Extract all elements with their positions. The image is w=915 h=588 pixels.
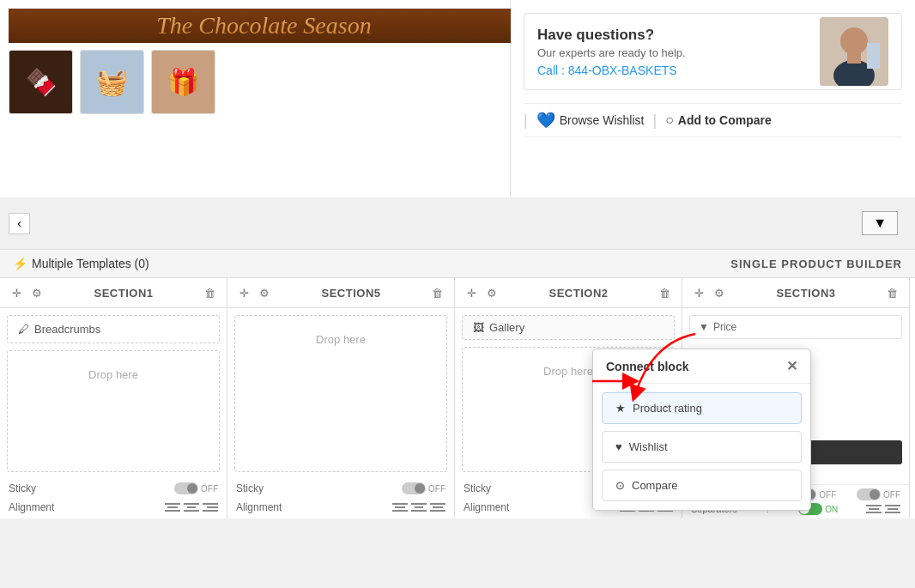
align-icons-s3: [866, 503, 900, 515]
wishlist-label: Browse Wishlist: [560, 113, 645, 127]
templates-label[interactable]: Multiple Templates (0): [32, 257, 149, 270]
section-1-body: 🖊 Breadcrumbs Drop here: [0, 308, 227, 479]
settings-icon-s3[interactable]: ⚙: [712, 285, 727, 300]
section-5-drop-zone[interactable]: Drop here: [234, 315, 447, 472]
dropdown-button[interactable]: ▼: [862, 211, 898, 235]
section-5-alignment: Alignment: [227, 498, 454, 518]
trash-icon-s5[interactable]: 🗑: [430, 285, 445, 300]
thumbnails: 🍫 🧺 🎁: [9, 50, 501, 114]
product-area: The Chocolate Season 🍫 🧺 🎁 Have question…: [0, 0, 915, 197]
off-label-s1: OFF: [201, 484, 218, 494]
pencil-icon: 🖊: [18, 323, 29, 336]
align-center-s1[interactable]: [184, 501, 199, 513]
thumbnail-2[interactable]: 🧺: [80, 50, 144, 114]
price-label: Price: [713, 321, 736, 333]
section-1: ✛ ⚙ SECTION1 🗑 🖊 Breadcrumbs Drop here S…: [0, 278, 227, 518]
arrow-down-icon: ▼: [699, 321, 709, 333]
breadcrumbs-label: Breadcrumbs: [34, 323, 100, 336]
product-images: The Chocolate Season 🍫 🧺 🎁: [0, 0, 511, 197]
align-left-s3[interactable]: [866, 503, 882, 515]
drag-icon-s1[interactable]: ✛: [9, 285, 24, 300]
section-1-header: ✛ ⚙ SECTION1 🗑: [0, 278, 227, 308]
thumbnail-1[interactable]: 🍫: [9, 50, 73, 114]
breadcrumbs-block[interactable]: 🖊 Breadcrumbs: [7, 315, 220, 343]
modal-option-wishlist[interactable]: ♥ Wishlist: [602, 431, 802, 463]
align-right-s1[interactable]: [203, 501, 218, 513]
expert-heading: Have questions?: [537, 27, 686, 44]
trash-icon-s2[interactable]: 🗑: [657, 285, 673, 300]
trash-icon-s3[interactable]: 🗑: [885, 285, 900, 300]
off-label-s5: OFF: [428, 484, 445, 494]
multiple-templates: ⚡ Multiple Templates (0): [13, 257, 149, 270]
align-icons-s5: [392, 501, 445, 513]
expert-text: Have questions? Our experts are ready to…: [537, 27, 686, 77]
section-3-left-icons: ✛ ⚙: [691, 285, 727, 300]
star-icon: ★: [615, 402, 626, 415]
settings-icon-s2[interactable]: ⚙: [484, 285, 500, 300]
align-icons-s1: [165, 501, 218, 513]
section-2-header: ✛ ⚙ SECTION2 🗑: [455, 278, 682, 308]
section-5: ✛ ⚙ SECTION5 🗑 Drop here Sticky OFF Alig…: [227, 278, 455, 518]
settings-icon-s1[interactable]: ⚙: [29, 285, 45, 300]
scroll-left-button[interactable]: ‹: [9, 213, 30, 234]
section-1-title: SECTION1: [94, 287, 153, 300]
connect-block-modal: Connect block ✕ ★ Product rating ♥ Wishl…: [592, 349, 811, 511]
align-right-s5[interactable]: [430, 501, 445, 513]
option-label-compare: Compare: [632, 479, 677, 492]
option-label-rating: Product rating: [633, 402, 702, 415]
builder-title: SINGLE PRODUCT BUILDER: [730, 258, 902, 270]
wishlist-compare-row: | 💙 Browse Wishlist | ○ Add to Compare: [524, 103, 902, 137]
add-to-compare-button[interactable]: ○ Add to Compare: [665, 112, 772, 128]
thumb-1-img: 🍫: [9, 51, 72, 113]
drag-icon-s5[interactable]: ✛: [236, 285, 251, 300]
option-label-wishlist: Wishlist: [629, 440, 668, 453]
section-1-drop-zone[interactable]: Drop here: [7, 350, 220, 472]
separator-right: |: [652, 112, 657, 130]
price-block: ▼ Price: [689, 315, 902, 339]
toggle-sticky-s5[interactable]: OFF: [402, 482, 445, 494]
align-label-s5: Alignment: [236, 501, 282, 513]
off-label-s3-r: OFF: [883, 490, 900, 500]
expert-phone[interactable]: Call : 844-OBX-BASKETS: [537, 64, 686, 77]
modal-close-button[interactable]: ✕: [786, 358, 797, 374]
align-right-s3[interactable]: [885, 503, 900, 515]
settings-icon-s5[interactable]: ⚙: [257, 285, 272, 300]
align-left-s5[interactable]: [392, 501, 408, 513]
thumb-2-img: 🧺: [81, 51, 143, 113]
align-label-s2: Alignment: [464, 501, 509, 513]
drag-icon-s3[interactable]: ✛: [691, 285, 706, 300]
toggle-s3-right[interactable]: OFF: [857, 488, 900, 500]
align-left-s1[interactable]: [165, 501, 180, 513]
on-label-sep: ON: [825, 505, 838, 514]
section-5-sticky: Sticky OFF: [227, 479, 454, 498]
expert-box: Have questions? Our experts are ready to…: [524, 13, 902, 90]
align-center-s5[interactable]: [411, 501, 427, 513]
partial-section: [910, 278, 915, 518]
drag-icon-s2[interactable]: ✛: [464, 285, 479, 300]
modal-header: Connect block ✕: [593, 349, 810, 384]
thumb-3-img: 🎁: [152, 51, 215, 113]
gallery-block[interactable]: 🖼 Gallery: [462, 315, 675, 340]
modal-option-product-rating[interactable]: ★ Product rating: [602, 392, 802, 424]
right-panel: Have questions? Our experts are ready to…: [511, 0, 915, 197]
trash-icon-s1[interactable]: 🗑: [203, 285, 218, 300]
sticky-label-s2: Sticky: [464, 482, 491, 494]
modal-title: Connect block: [606, 360, 688, 373]
browse-wishlist-button[interactable]: 💙 Browse Wishlist: [536, 111, 645, 130]
section-1-sticky: Sticky OFF: [0, 479, 227, 498]
main-banner: The Chocolate Season: [9, 9, 519, 43]
modal-option-compare[interactable]: ⊙ Compare: [602, 470, 802, 501]
section-1-left-icons: ✛ ⚙: [9, 285, 45, 300]
compare-icon-option: ⊙: [615, 479, 625, 492]
compare-icon: ○: [665, 112, 674, 128]
section-1-alignment: Alignment: [0, 498, 227, 518]
separator-left: |: [524, 112, 528, 130]
section-3-header: ✛ ⚙ SECTION3 🗑: [682, 278, 909, 308]
section-5-title: SECTION5: [321, 287, 380, 300]
toggle-sticky-s1[interactable]: OFF: [174, 482, 218, 494]
middle-area: ‹ ▼: [0, 197, 915, 249]
thumbnail-3[interactable]: 🎁: [151, 50, 215, 114]
sticky-label-s1: Sticky: [9, 482, 36, 494]
expert-subtext: Our experts are ready to help.: [537, 46, 686, 59]
svg-rect-4: [867, 43, 880, 69]
